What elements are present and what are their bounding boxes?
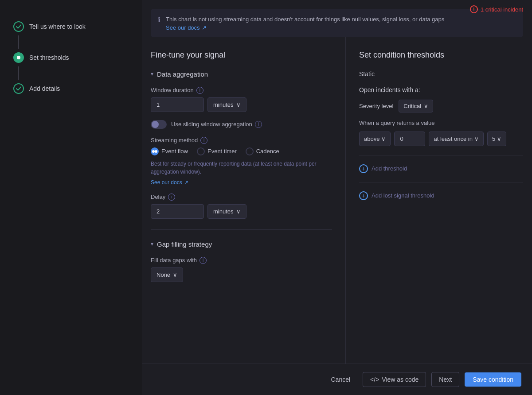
radio-cadence[interactable]: Cadence xyxy=(246,147,279,155)
next-button[interactable]: Next xyxy=(431,372,459,387)
threshold-divider xyxy=(359,155,523,155)
add-threshold-icon: + xyxy=(359,164,368,173)
add-lost-signal-label: Add lost signal threshold xyxy=(372,192,434,199)
sidebar: Tell us where to look Set thresholds Add… xyxy=(0,0,142,395)
critical-label: 1 critical incident xyxy=(481,6,523,13)
fill-data-gaps-info[interactable]: i xyxy=(200,257,207,264)
chevron-icon-freq: ∨ xyxy=(474,136,479,142)
window-duration-label: Window duration i xyxy=(151,87,332,94)
chevron-icon-count: ∨ xyxy=(497,136,501,142)
window-duration-info[interactable]: i xyxy=(196,87,203,94)
threshold-divider-2 xyxy=(359,182,523,182)
step-icon-set-thresholds xyxy=(13,52,24,63)
step-set-thresholds[interactable]: Set thresholds xyxy=(13,49,129,66)
step-label-set-thresholds: Set thresholds xyxy=(29,54,69,61)
sliding-window-row: Use sliding window aggregation i xyxy=(151,120,332,129)
chevron-icon-severity: ∨ xyxy=(424,103,428,109)
gap-filling-title: Gap filling strategy xyxy=(157,240,212,248)
radio-event-timer[interactable]: Event timer xyxy=(197,147,237,155)
info-banner-icon: ℹ xyxy=(158,15,160,24)
delay-inputs: minutes ∨ xyxy=(151,204,332,219)
sliding-window-info[interactable]: i xyxy=(255,121,262,128)
fine-tune-title: Fine-tune your signal xyxy=(151,50,332,60)
threshold-input[interactable] xyxy=(394,132,425,146)
streaming-docs-link[interactable]: See our docs ↗ xyxy=(151,179,188,186)
main-content: ! 1 critical incident ℹ This chart is no… xyxy=(142,0,532,395)
streaming-method-info[interactable]: i xyxy=(200,137,207,144)
section-divider-1 xyxy=(151,229,332,230)
step-connector-1 xyxy=(18,35,19,49)
delay-info[interactable]: i xyxy=(168,194,175,201)
external-link-icon: ↗ xyxy=(184,179,188,186)
info-banner-content: This chart is not using streaming data a… xyxy=(166,15,444,31)
event-flow-label: Event flow xyxy=(161,148,188,155)
fill-data-gaps-row: Fill data gaps with i None ∨ xyxy=(151,257,332,282)
delay-input[interactable] xyxy=(151,204,204,219)
critical-badge: ! 1 critical incident xyxy=(470,5,523,13)
svg-point-0 xyxy=(17,56,20,59)
cadence-label: Cadence xyxy=(256,148,279,155)
critical-icon: ! xyxy=(470,5,478,13)
step-label-add-details: Add details xyxy=(29,85,60,92)
streaming-description: Best for steady or frequently reporting … xyxy=(151,160,332,176)
radio-event-timer-circle xyxy=(197,147,205,155)
content-body: Fine-tune your signal ▾ Data aggregation… xyxy=(142,37,532,395)
step-connector-2 xyxy=(18,66,19,80)
step-icon-add-details xyxy=(13,83,24,94)
data-aggregation-header[interactable]: ▾ Data aggregation xyxy=(151,70,332,78)
delay-unit-select[interactable]: minutes ∨ xyxy=(207,204,246,219)
add-lost-signal-icon: + xyxy=(359,191,368,200)
cancel-button[interactable]: Cancel xyxy=(324,372,358,387)
code-icon: </> xyxy=(370,376,379,383)
window-count-select[interactable]: 5 ∨ xyxy=(487,132,506,146)
step-add-details[interactable]: Add details xyxy=(13,80,129,97)
step-label-tell-us: Tell us where to look xyxy=(29,23,86,30)
above-select[interactable]: above ∨ xyxy=(359,132,391,146)
radio-event-flow-circle xyxy=(151,147,159,155)
view-as-code-button[interactable]: </> View as code xyxy=(363,372,426,387)
chevron-icon: ∨ xyxy=(236,208,241,215)
delay-label: Delay i xyxy=(151,194,332,201)
severity-row: Severity level Critical ∨ xyxy=(359,100,523,112)
streaming-options: Event flow Event timer Cadence xyxy=(151,147,332,155)
save-condition-button[interactable]: Save condition xyxy=(465,372,521,387)
condition-type: Static xyxy=(359,70,523,77)
window-duration-row: Window duration i minutes ∨ xyxy=(151,87,332,112)
step-icon-tell-us xyxy=(13,21,24,32)
sliding-window-label: Use sliding window aggregation i xyxy=(171,121,262,128)
chevron-icon-above: ∨ xyxy=(381,136,386,142)
conditions-title: Set condition thresholds xyxy=(359,50,523,60)
severity-select[interactable]: Critical ∨ xyxy=(399,100,433,112)
sliding-window-toggle[interactable] xyxy=(151,120,167,129)
event-timer-label: Event timer xyxy=(207,148,237,155)
window-duration-unit-select[interactable]: minutes ∨ xyxy=(207,97,246,112)
chevron-down-icon-2: ▾ xyxy=(151,241,153,247)
open-incidents-label: Open incidents with a: xyxy=(359,86,523,93)
window-duration-input[interactable] xyxy=(151,97,204,112)
fill-data-gaps-select[interactable]: None ∨ xyxy=(151,267,183,282)
window-duration-inputs: minutes ∨ xyxy=(151,97,332,112)
top-bar: ! 1 critical incident xyxy=(461,0,532,19)
fill-data-gaps-label: Fill data gaps with i xyxy=(151,257,332,264)
info-banner-text: This chart is not using streaming data a… xyxy=(166,15,444,24)
left-panel: Fine-tune your signal ▾ Data aggregation… xyxy=(151,37,346,395)
radio-event-flow[interactable]: Event flow xyxy=(151,147,188,155)
chevron-down-icon-fill: ∨ xyxy=(173,271,177,278)
step-tell-us[interactable]: Tell us where to look xyxy=(13,18,129,35)
data-aggregation-title: Data aggregation xyxy=(157,70,208,78)
delay-row: Delay i minutes ∨ xyxy=(151,194,332,219)
add-lost-signal-row[interactable]: + Add lost signal threshold xyxy=(359,190,523,202)
add-threshold-label: Add threshold xyxy=(372,165,407,172)
frequency-select[interactable]: at least once in ∨ xyxy=(429,132,483,146)
chevron-icon: ∨ xyxy=(236,101,241,108)
add-threshold-row[interactable]: + Add threshold xyxy=(359,163,523,175)
query-label: When a query returns a value xyxy=(359,120,523,126)
gap-filling-header[interactable]: ▾ Gap filling strategy xyxy=(151,240,332,248)
streaming-method-label: Streaming method i xyxy=(151,137,332,144)
severity-label: Severity level xyxy=(359,103,393,109)
see-docs-link[interactable]: See our docs ↗ xyxy=(166,24,207,31)
footer: Cancel </> View as code Next Save condit… xyxy=(142,364,532,395)
chevron-down-icon: ▾ xyxy=(151,71,153,77)
conditions-row: above ∨ at least once in ∨ 5 ∨ xyxy=(359,132,523,146)
radio-cadence-circle xyxy=(246,147,254,155)
